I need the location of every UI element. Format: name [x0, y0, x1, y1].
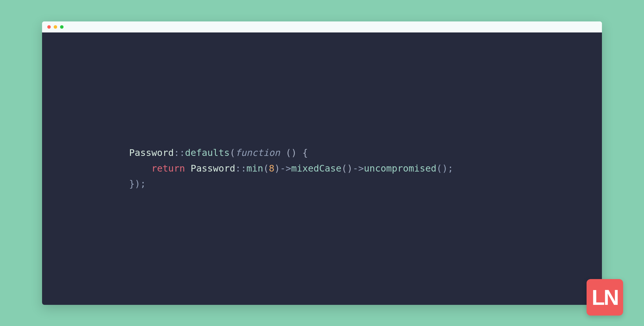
token-scope: ::	[174, 147, 185, 158]
token-keyword: function	[235, 147, 280, 158]
token-method: defaults	[185, 147, 230, 158]
token-paren: (	[230, 147, 235, 158]
token-paren: )	[274, 163, 280, 174]
token-arrow: ->	[280, 163, 291, 174]
token-return: return	[151, 163, 185, 174]
token-method: mixedCase	[291, 163, 341, 174]
token-punct: });	[129, 178, 146, 189]
code-block: Password::defaults(function () { return …	[129, 145, 453, 192]
code-editor: Password::defaults(function () { return …	[42, 32, 602, 305]
brand-logo: LN	[587, 279, 623, 316]
token-method: uncompromised	[364, 163, 436, 174]
token-paren: (	[263, 163, 269, 174]
token-scope: ::	[235, 163, 247, 174]
token-arrow: ->	[353, 163, 364, 174]
token-method: min	[247, 163, 263, 174]
token-paren: ()	[341, 163, 353, 174]
token-class: Password	[185, 163, 235, 174]
token-number: 8	[269, 163, 274, 174]
token-indent	[129, 163, 151, 174]
editor-window: Password::defaults(function () { return …	[42, 21, 602, 305]
code-line: });	[129, 178, 146, 189]
code-line: Password::defaults(function () {	[129, 147, 308, 158]
minimize-icon[interactable]	[54, 25, 57, 29]
token-class: Password	[129, 147, 174, 158]
close-icon[interactable]	[47, 25, 51, 29]
maximize-icon[interactable]	[60, 25, 64, 29]
brand-logo-text: LN	[592, 285, 618, 310]
token-brace: () {	[280, 147, 308, 158]
code-line: return Password::min(8)->mixedCase()->un…	[129, 163, 453, 174]
window-titlebar	[42, 21, 602, 32]
token-punct: ();	[437, 163, 453, 174]
